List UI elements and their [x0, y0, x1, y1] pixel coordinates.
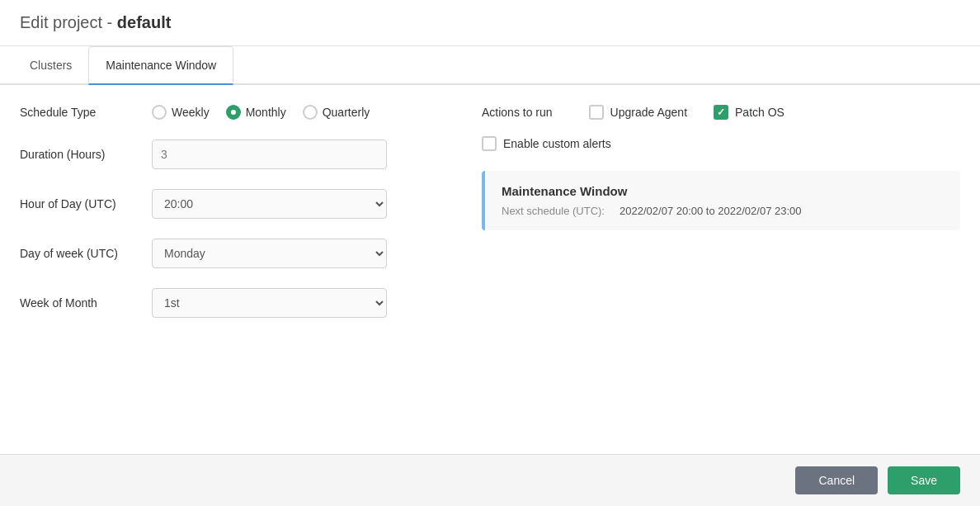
maintenance-schedule-label: Next schedule (UTC):	[502, 205, 605, 217]
schedule-type-row: Schedule Type Weekly Monthly	[20, 105, 432, 120]
tab-maintenance-window[interactable]: Maintenance Window	[88, 46, 233, 85]
main-content: Schedule Type Weekly Monthly	[0, 85, 980, 454]
schedule-type-controls: Weekly Monthly Quarterly	[152, 105, 432, 120]
day-of-week-label: Day of week (UTC)	[20, 247, 152, 260]
schedule-type-label: Schedule Type	[20, 106, 152, 119]
footer: Cancel Save	[0, 454, 980, 506]
duration-label: Duration (Hours)	[20, 148, 152, 161]
page-header: Edit project - default	[0, 0, 980, 46]
day-of-week-select[interactable]: Monday Tuesday Wednesday Thursday Friday…	[152, 239, 387, 268]
radio-quarterly-circle	[303, 105, 318, 120]
save-button[interactable]: Save	[888, 466, 960, 494]
upgrade-agent-checkbox-item[interactable]: Upgrade Agent	[589, 105, 687, 120]
radio-monthly-label: Monthly	[246, 106, 286, 119]
upgrade-agent-label: Upgrade Agent	[610, 106, 687, 119]
left-panel: Schedule Type Weekly Monthly	[20, 105, 432, 338]
upgrade-agent-checkbox	[589, 105, 604, 120]
radio-weekly[interactable]: Weekly	[152, 105, 210, 120]
week-of-month-label: Week of Month	[20, 296, 152, 310]
radio-weekly-circle	[152, 105, 167, 120]
day-of-week-control: Monday Tuesday Wednesday Thursday Friday…	[152, 239, 432, 268]
radio-monthly-circle	[226, 105, 241, 120]
radio-monthly[interactable]: Monthly	[226, 105, 286, 120]
maintenance-card-title: Maintenance Window	[502, 184, 944, 198]
radio-quarterly[interactable]: Quarterly	[303, 105, 370, 120]
maintenance-card: Maintenance Window Next schedule (UTC): …	[482, 171, 960, 230]
hour-of-day-row: Hour of Day (UTC) 20:00 21:00 22:00 23:0…	[20, 189, 432, 219]
duration-input[interactable]	[152, 140, 387, 169]
duration-control	[152, 140, 432, 169]
cancel-button[interactable]: Cancel	[795, 466, 878, 494]
form-section: Schedule Type Weekly Monthly	[20, 105, 960, 338]
duration-row: Duration (Hours)	[20, 140, 432, 169]
patch-os-check-icon: ✓	[717, 107, 725, 117]
hour-of-day-control: 20:00 21:00 22:00 23:00	[152, 189, 432, 219]
custom-alerts-label: Enable custom alerts	[503, 137, 611, 150]
radio-quarterly-label: Quarterly	[323, 106, 370, 119]
day-of-week-select-wrap: Monday Tuesday Wednesday Thursday Friday…	[152, 239, 387, 268]
actions-label: Actions to run	[482, 106, 553, 119]
patch-os-label: Patch OS	[735, 106, 784, 119]
radio-weekly-label: Weekly	[172, 106, 210, 119]
patch-os-checkbox-item[interactable]: ✓ Patch OS	[714, 105, 784, 120]
page-title: Edit project - default	[20, 13, 171, 31]
right-panel: Actions to run Upgrade Agent ✓ Patch OS	[482, 105, 960, 338]
radio-group: Weekly Monthly Quarterly	[152, 105, 432, 120]
hour-of-day-select-wrap: 20:00 21:00 22:00 23:00	[152, 189, 387, 219]
custom-alerts-row: Enable custom alerts	[482, 136, 960, 151]
week-of-month-select[interactable]: 1st 2nd 3rd 4th	[152, 288, 387, 318]
day-of-week-row: Day of week (UTC) Monday Tuesday Wednesd…	[20, 239, 432, 268]
maintenance-card-schedule: Next schedule (UTC): 2022/02/07 20:00 to…	[502, 205, 944, 217]
tab-clusters[interactable]: Clusters	[13, 46, 88, 85]
tabs-bar: Clusters Maintenance Window	[0, 46, 980, 85]
actions-row: Actions to run Upgrade Agent ✓ Patch OS	[482, 105, 960, 120]
hour-of-day-label: Hour of Day (UTC)	[20, 197, 152, 210]
custom-alerts-checkbox-item[interactable]: Enable custom alerts	[482, 136, 611, 151]
week-of-month-row: Week of Month 1st 2nd 3rd 4th	[20, 288, 432, 318]
patch-os-checkbox: ✓	[714, 105, 728, 120]
maintenance-schedule-value: 2022/02/07 20:00 to 2022/02/07 23:00	[620, 205, 801, 217]
week-of-month-control: 1st 2nd 3rd 4th	[152, 288, 432, 318]
week-of-month-select-wrap: 1st 2nd 3rd 4th	[152, 288, 387, 318]
hour-of-day-select[interactable]: 20:00 21:00 22:00 23:00	[152, 189, 387, 219]
custom-alerts-checkbox	[482, 136, 497, 151]
